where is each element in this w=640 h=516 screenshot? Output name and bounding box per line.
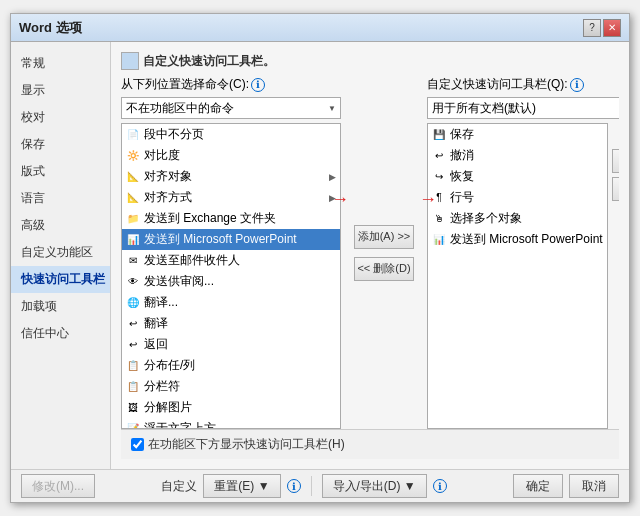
list-item[interactable]: 📊发送到 Microsoft PowerPoint — [122, 229, 340, 250]
right-controls: ▲ ▼ — [612, 123, 619, 429]
right-list-item-icon: ↪ — [432, 170, 446, 184]
sidebar-item-保存[interactable]: 保存 — [11, 131, 110, 158]
list-item-text: 返回 — [144, 336, 336, 353]
right-list-item[interactable]: ↩撤消 — [428, 145, 607, 166]
ok-button[interactable]: 确定 — [513, 474, 563, 498]
right-list-item-icon: 🖱 — [432, 212, 446, 226]
right-list-item[interactable]: ¶行号 — [428, 187, 607, 208]
dialog-body: 常规显示校对保存版式语言高级自定义功能区快速访问工具栏加载项信任中心 自定义快速… — [11, 42, 629, 469]
right-col-header-row: 自定义快速访问工具栏(Q): ℹ — [427, 76, 619, 93]
show-below-checkbox-label[interactable]: 在功能区下方显示快速访问工具栏(H) — [131, 436, 345, 453]
remove-button[interactable]: << 删除(D) — [354, 257, 414, 281]
section-header: 自定义快速访问工具栏。 — [121, 52, 619, 70]
list-item[interactable]: 📋分布任/列 — [122, 355, 340, 376]
list-item-text: 对比度 — [144, 147, 336, 164]
list-item[interactable]: ↩返回 — [122, 334, 340, 355]
help-button[interactable]: ? — [583, 19, 601, 37]
list-item[interactable]: ↩翻译 — [122, 313, 340, 334]
list-item-icon: 📝 — [126, 422, 140, 430]
right-list-item[interactable]: 💾保存 — [428, 124, 607, 145]
sidebar-item-版式[interactable]: 版式 — [11, 158, 110, 185]
modify-button[interactable]: 修改(M)... — [21, 474, 95, 498]
left-column: 从下列位置选择命令(C): ℹ 不在功能区中的命令 ▼ 📄段中不分页🔆对比度📐对… — [121, 76, 341, 429]
list-item[interactable]: 📁发送到 Exchange 文件夹 — [122, 208, 340, 229]
sidebar-item-高级[interactable]: 高级 — [11, 212, 110, 239]
right-list-item-text: 恢复 — [450, 168, 603, 185]
sidebar-item-语言[interactable]: 语言 — [11, 185, 110, 212]
columns-area: 从下列位置选择命令(C): ℹ 不在功能区中的命令 ▼ 📄段中不分页🔆对比度📐对… — [121, 76, 619, 429]
footer-section: 修改(M)... 自定义 重置(E) ▼ ℹ 导入/导出(D) ▼ ℹ 确定 取… — [11, 469, 629, 502]
left-col-dropdown[interactable]: 不在功能区中的命令 ▼ — [121, 97, 341, 119]
list-item-icon: 📐 — [126, 170, 140, 184]
list-item[interactable]: 📄段中不分页 — [122, 124, 340, 145]
list-item[interactable]: 👁发送供审阅... — [122, 271, 340, 292]
cancel-button[interactable]: 取消 — [569, 474, 619, 498]
footer-separator — [311, 476, 312, 496]
sidebar-item-常规[interactable]: 常规 — [11, 50, 110, 77]
list-item[interactable]: 📐对齐对象▶ — [122, 166, 340, 187]
checkbox-label-text: 在功能区下方显示快速访问工具栏(H) — [148, 436, 345, 453]
list-item-icon: 📋 — [126, 359, 140, 373]
title-bar: Word 选项 ? ✕ — [11, 14, 629, 42]
list-item-icon: ↩ — [126, 338, 140, 352]
right-list-item-text: 撤消 — [450, 147, 603, 164]
reset-hint[interactable]: ℹ — [287, 479, 301, 493]
list-item[interactable]: 📋分栏符 — [122, 376, 340, 397]
list-item-icon: 👁 — [126, 275, 140, 289]
list-item-text: 段中不分页 — [144, 126, 336, 143]
dialog-title: Word 选项 — [19, 19, 583, 37]
list-item-text: 发送供审阅... — [144, 273, 336, 290]
right-list-item-text: 行号 — [450, 189, 603, 206]
sidebar-item-自定义功能区[interactable]: 自定义功能区 — [11, 239, 110, 266]
right-list-item-icon: ↩ — [432, 149, 446, 163]
close-button[interactable]: ✕ — [603, 19, 621, 37]
list-item-text: 翻译... — [144, 294, 336, 311]
section-title-text: 自定义快速访问工具栏。 — [143, 53, 275, 70]
list-item-submenu-arrow: ▶ — [329, 172, 336, 182]
list-item[interactable]: 📐对齐方式▶ — [122, 187, 340, 208]
sidebar-item-信任中心[interactable]: 信任中心 — [11, 320, 110, 347]
sidebar-item-加载项[interactable]: 加载项 — [11, 293, 110, 320]
right-col-dropdown[interactable]: 用于所有文档(默认) ▼ — [427, 97, 619, 119]
word-options-dialog: Word 选项 ? ✕ 常规显示校对保存版式语言高级自定义功能区快速访问工具栏加… — [10, 13, 630, 503]
show-below-checkbox[interactable] — [131, 438, 144, 451]
reset-button[interactable]: 重置(E) ▼ — [203, 474, 280, 498]
right-list-item-text: 保存 — [450, 126, 603, 143]
add-button[interactable]: 添加(A) >> — [354, 225, 414, 249]
right-list-item[interactable]: ↪恢复 — [428, 166, 607, 187]
left-list-box[interactable]: 📄段中不分页🔆对比度📐对齐对象▶📐对齐方式▶📁发送到 Exchange 文件夹📊… — [121, 123, 341, 429]
right-column: 自定义快速访问工具栏(Q): ℹ 用于所有文档(默认) ▼ 💾保存↩撤消↪恢复¶… — [427, 76, 619, 429]
list-item-icon: 🌐 — [126, 296, 140, 310]
list-item-text: 发送至邮件收件人 — [144, 252, 336, 269]
list-item-text: 浮于文字上方 — [144, 420, 336, 429]
sidebar-item-显示[interactable]: 显示 — [11, 77, 110, 104]
import-hint[interactable]: ℹ — [433, 479, 447, 493]
list-item[interactable]: 🌐翻译... — [122, 292, 340, 313]
left-dropdown-arrow: ▼ — [328, 104, 336, 113]
move-up-button[interactable]: ▲ — [612, 149, 619, 173]
right-col-hint[interactable]: ℹ — [570, 78, 584, 92]
list-item[interactable]: 🖼分解图片 — [122, 397, 340, 418]
list-item-icon: 📄 — [126, 128, 140, 142]
toolbar-icon — [121, 52, 139, 70]
right-list-item[interactable]: 📊发送到 Microsoft PowerPoint — [428, 229, 607, 250]
list-item-text: 对齐对象 — [144, 168, 325, 185]
list-item-icon: 📐 — [126, 191, 140, 205]
list-item[interactable]: 📝浮于文字上方 — [122, 418, 340, 429]
right-list-box[interactable]: 💾保存↩撤消↪恢复¶行号🖱选择多个对象📊发送到 Microsoft PowerP… — [427, 123, 608, 429]
left-col-hint[interactable]: ℹ — [251, 78, 265, 92]
list-item-icon: 🔆 — [126, 149, 140, 163]
sidebar-item-校对[interactable]: 校对 — [11, 104, 110, 131]
middle-column: 添加(A) >> << 删除(D) →→ — [349, 76, 419, 429]
list-item[interactable]: 🔆对比度 — [122, 145, 340, 166]
import-export-button[interactable]: 导入/导出(D) ▼ — [322, 474, 427, 498]
move-down-button[interactable]: ▼ — [612, 177, 619, 201]
sidebar: 常规显示校对保存版式语言高级自定义功能区快速访问工具栏加载项信任中心 — [11, 42, 111, 469]
list-item-text: 发送到 Exchange 文件夹 — [144, 210, 336, 227]
list-item-text: 翻译 — [144, 315, 336, 332]
right-col-header: 自定义快速访问工具栏(Q): — [427, 76, 568, 93]
sidebar-item-快速访问工具栏[interactable]: 快速访问工具栏 — [11, 266, 110, 293]
right-list-item-icon: 📊 — [432, 233, 446, 247]
list-item[interactable]: ✉发送至邮件收件人 — [122, 250, 340, 271]
right-list-item[interactable]: 🖱选择多个对象 — [428, 208, 607, 229]
